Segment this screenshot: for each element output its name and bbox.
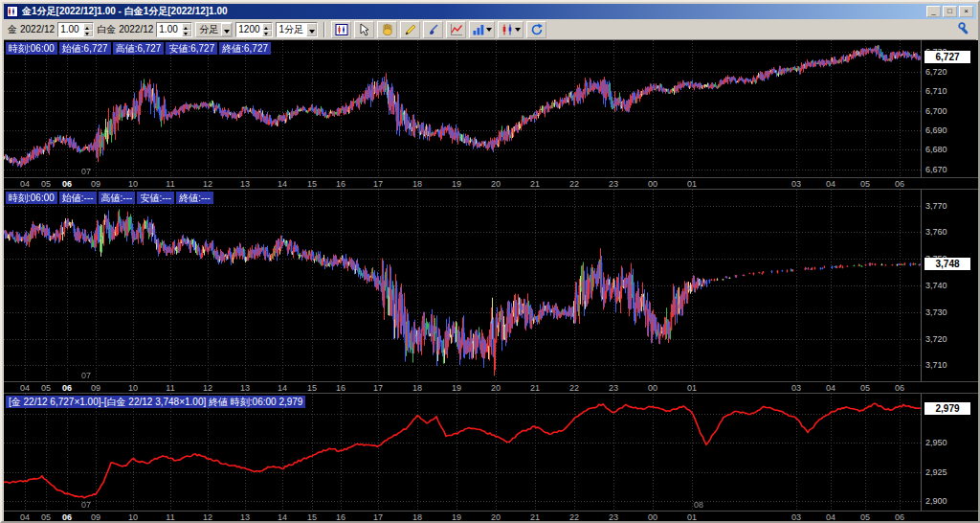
brush-icon bbox=[427, 23, 440, 36]
x-axis-label: 00 bbox=[646, 383, 659, 393]
x-axis-label: 11 bbox=[164, 179, 177, 189]
y-axis-label: 6,670 bbox=[925, 165, 947, 174]
x-axis-label: 04 bbox=[824, 383, 837, 393]
candle-chart-icon bbox=[335, 23, 348, 36]
x-axis-label: 17 bbox=[371, 179, 385, 189]
spinner-up-button[interactable] bbox=[182, 23, 191, 30]
spread-y-axis: 2,979 2,9502,9252,900 bbox=[921, 394, 980, 511]
y-axis-label: 3,710 bbox=[925, 360, 947, 370]
x-axis-label: 18 bbox=[411, 512, 424, 522]
minimize-button[interactable]: _ bbox=[926, 6, 941, 17]
x-axis-label: 05 bbox=[39, 512, 53, 522]
y-axis-label: 3,760 bbox=[925, 227, 947, 237]
x-axis-label: 03 bbox=[790, 383, 803, 393]
date-marker-label: 08 bbox=[694, 500, 703, 510]
y-axis-label: 6,680 bbox=[925, 145, 947, 154]
chart-area: 時刻:06:00始値:6,727高値:6,727安値:6,727終値:6,727… bbox=[4, 40, 976, 519]
spinner-down-button[interactable] bbox=[182, 30, 191, 36]
info-chip: 始値:--- bbox=[59, 192, 97, 204]
platinum-panel[interactable]: 時刻:06:00始値:---高値:---安値:---終値:--- 3,748 3… bbox=[4, 190, 980, 381]
x-axis-label: 01 bbox=[685, 512, 699, 522]
bar-chart-dropdown-button[interactable] bbox=[469, 21, 495, 38]
draw-line-button[interactable] bbox=[400, 21, 420, 38]
x-axis-label: 04 bbox=[824, 179, 837, 189]
y-axis-label: 2,950 bbox=[925, 438, 947, 447]
close-button[interactable]: × bbox=[959, 6, 973, 17]
gold-info-bar: 時刻:06:00始値:6,727高値:6,727安値:6,727終値:6,727 bbox=[6, 42, 271, 55]
x-axis-label: 14 bbox=[276, 383, 289, 393]
y-axis-label: 3,740 bbox=[925, 281, 947, 290]
x-axis-label: 19 bbox=[450, 383, 463, 393]
chart-window-button[interactable] bbox=[331, 21, 351, 38]
spread-chart-canvas[interactable] bbox=[4, 394, 921, 511]
x-axis-label: 18 bbox=[411, 383, 424, 393]
brush-tool-button[interactable] bbox=[423, 21, 443, 38]
info-chip: 始値:6,727 bbox=[59, 42, 111, 55]
x-axis-label: 21 bbox=[528, 383, 542, 393]
settings-tool[interactable] bbox=[957, 21, 972, 40]
chevron-down-icon[interactable] bbox=[306, 23, 317, 36]
spread-price-badge: 2,979 bbox=[924, 402, 970, 415]
bars-count-spinner[interactable]: 1200 bbox=[235, 22, 272, 37]
gold-y-axis: 6,727 6,7306,7206,7106,7006,6906,6806,67… bbox=[921, 40, 980, 177]
bars-count-value: 1200 bbox=[236, 23, 261, 36]
app-window: 金1分足[2022/12]1.00 - 白金1分足[2022/12]1.00 _… bbox=[0, 0, 980, 523]
x-axis-label: 16 bbox=[334, 383, 347, 393]
x-axis-label: 06 bbox=[893, 179, 906, 189]
x-axis-label: 09 bbox=[89, 179, 102, 189]
x-axis-label: 22 bbox=[568, 179, 581, 189]
x-axis-label: 10 bbox=[126, 512, 140, 522]
spinner-up-button[interactable] bbox=[262, 23, 272, 30]
x-axis-label: 14 bbox=[276, 179, 289, 189]
charttype-dropdown[interactable]: 分足 bbox=[195, 22, 233, 37]
spinner-down-button[interactable] bbox=[83, 30, 93, 36]
x-axis-label: 06 bbox=[893, 512, 906, 522]
y-axis-label: 6,700 bbox=[925, 106, 947, 116]
x-axis-row: 0405060910111213141516171819202122230001… bbox=[4, 511, 980, 523]
toolbar: 金 2022/12 1.00 白金 2022/12 1.00 分足 1200 1… bbox=[4, 19, 976, 40]
x-axis-label: 15 bbox=[305, 512, 319, 522]
spread-panel[interactable]: [金 22/12 6,727×1.00]-[白金 22/12 3,748×1.0… bbox=[4, 394, 980, 511]
date-marker-label: 07 bbox=[81, 500, 91, 510]
platinum-multiplier-value: 1.00 bbox=[157, 23, 182, 36]
gold-chart-canvas[interactable] bbox=[4, 40, 921, 177]
platinum-label: 白金 bbox=[97, 23, 116, 36]
chevron-down-icon[interactable] bbox=[221, 23, 232, 36]
platinum-multiplier-spinner[interactable]: 1.00 bbox=[156, 22, 192, 37]
x-axis-label: 16 bbox=[334, 179, 347, 189]
x-axis-label: 21 bbox=[528, 512, 542, 522]
timeframe-combobox[interactable]: 1分足 bbox=[276, 22, 319, 37]
y-axis-label: 3,720 bbox=[925, 334, 947, 344]
x-axis-label: 06 bbox=[60, 179, 74, 189]
info-chip: 時刻:06:00 bbox=[6, 42, 57, 55]
select-tool-button[interactable] bbox=[354, 21, 374, 38]
x-axis-label: 03 bbox=[790, 512, 803, 522]
trend-edit-button[interactable] bbox=[446, 21, 466, 38]
refresh-button[interactable] bbox=[526, 21, 546, 38]
x-axis-label: 17 bbox=[371, 383, 385, 393]
x-axis-label: 23 bbox=[607, 512, 620, 522]
spinner-down-button[interactable] bbox=[262, 30, 272, 36]
y-axis-label: 6,690 bbox=[925, 125, 947, 135]
gold-multiplier-spinner[interactable]: 1.00 bbox=[57, 22, 94, 37]
overlay-chart-dropdown-button[interactable] bbox=[498, 21, 523, 38]
y-axis-label: 3,770 bbox=[925, 201, 947, 211]
pan-tool-button[interactable] bbox=[377, 21, 397, 38]
x-axis-row: 0405060910111213141516171819202122230001… bbox=[4, 177, 980, 190]
platinum-chart-canvas[interactable] bbox=[4, 190, 921, 381]
date-marker-label: 07 bbox=[81, 371, 91, 380]
x-axis-label: 13 bbox=[238, 179, 252, 189]
x-axis-label: 06 bbox=[60, 512, 74, 522]
wrench-icon bbox=[957, 21, 972, 36]
spread-info-bar: [金 22/12 6,727×1.00]-[白金 22/12 3,748×1.0… bbox=[6, 396, 305, 408]
spinner-up-button[interactable] bbox=[83, 23, 93, 30]
info-chip: 終値:6,727 bbox=[219, 42, 271, 55]
y-axis-label: 3,730 bbox=[925, 307, 947, 317]
x-axis-label: 01 bbox=[685, 179, 699, 189]
maximize-button[interactable]: □ bbox=[943, 6, 957, 17]
toolbar-separator bbox=[323, 22, 325, 37]
hand-icon bbox=[381, 23, 394, 36]
gold-panel[interactable]: 時刻:06:00始値:6,727高値:6,727安値:6,727終値:6,727… bbox=[4, 40, 980, 177]
x-axis-label: 20 bbox=[489, 512, 502, 522]
x-axis-label: 23 bbox=[607, 383, 620, 393]
